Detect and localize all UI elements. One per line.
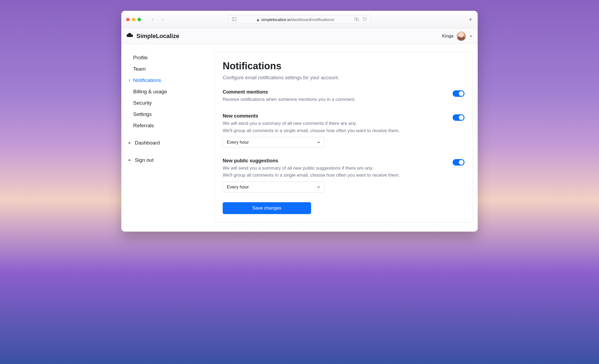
sidebar-item-label: Team: [133, 66, 146, 72]
browser-titlebar: simplelocalize.io/dashboard/notification…: [121, 11, 478, 28]
chevron-down-icon: [469, 34, 473, 38]
dashboard-link-label: Dashboard: [135, 140, 160, 146]
signout-link[interactable]: Sign out: [128, 154, 208, 166]
user-name: Kinga: [442, 33, 453, 39]
setting-desc: We will send you a summary of all new co…: [223, 120, 446, 134]
dashboard-link[interactable]: Dashboard: [128, 137, 208, 149]
setting-title: New comments: [223, 113, 446, 119]
maximize-window-button[interactable]: [137, 18, 141, 21]
setting-new-comments: New comments We will send you a summary …: [223, 113, 464, 148]
new-tab-button[interactable]: [468, 17, 473, 22]
toggle-public-suggestions[interactable]: [453, 159, 464, 166]
sidebar-item-referrals[interactable]: Referrals: [128, 120, 208, 131]
sidebar-item-label: Profile: [133, 55, 148, 61]
cloud-logo-icon: [126, 32, 134, 40]
brand[interactable]: SimpleLocalize: [126, 32, 179, 40]
setting-title: Comment mentions: [223, 89, 446, 95]
page-subtitle: Configure email notifications settings f…: [223, 75, 464, 81]
select-public-suggestions-frequency[interactable]: Every hour: [223, 182, 325, 193]
setting-comment-mentions: Comment mentions Receive notifications w…: [223, 89, 464, 103]
avatar: [457, 32, 466, 41]
sidebar-item-settings[interactable]: Settings: [128, 109, 208, 120]
sidebar: Profile Team Notifications Billing & usa…: [121, 44, 214, 222]
sidebar-item-team[interactable]: Team: [128, 63, 208, 75]
sidebar-toggle-icon: [232, 17, 236, 22]
url-text: simplelocalize.io/dashboard/notification…: [240, 17, 350, 22]
save-changes-button[interactable]: Save changes: [223, 202, 311, 214]
window-controls: [126, 18, 141, 21]
arrow-left-icon: [128, 141, 132, 145]
sidebar-item-notifications[interactable]: Notifications: [128, 75, 208, 86]
reload-button[interactable]: [363, 17, 367, 22]
content: Profile Team Notifications Billing & usa…: [121, 44, 478, 232]
lock-icon: [256, 18, 260, 22]
setting-desc: Receive notifications when someone menti…: [223, 96, 446, 103]
arrow-left-icon: [128, 158, 132, 162]
signout-link-label: Sign out: [135, 157, 154, 163]
sidebar-item-label: Security: [133, 100, 152, 106]
setting-public-suggestions: New public suggestions We will send you …: [223, 158, 464, 193]
app-header: SimpleLocalize Kinga: [121, 28, 478, 44]
select-value: Every hour: [227, 140, 249, 145]
toggle-comment-mentions[interactable]: [453, 90, 464, 97]
minimize-window-button[interactable]: [132, 18, 135, 21]
user-menu[interactable]: Kinga: [442, 32, 473, 41]
close-window-button[interactable]: [126, 18, 130, 21]
settings-panel: Notifications Configure email notificati…: [214, 52, 473, 222]
sidebar-item-label: Notifications: [133, 77, 161, 83]
sidebar-item-label: Billing & usage: [133, 89, 167, 95]
setting-title: New public suggestions: [223, 158, 446, 164]
chevron-down-icon: [317, 140, 321, 144]
forward-button[interactable]: [161, 18, 165, 22]
sidebar-item-label: Referrals: [133, 123, 154, 129]
toggle-new-comments[interactable]: [453, 114, 464, 121]
translate-icon[interactable]: [354, 17, 359, 22]
select-value: Every hour: [227, 184, 249, 190]
nav-arrows: [151, 18, 165, 22]
page-title: Notifications: [223, 60, 464, 72]
back-button[interactable]: [151, 18, 155, 22]
sidebar-item-label: Settings: [133, 111, 152, 117]
svg-rect-0: [232, 18, 236, 21]
brand-name: SimpleLocalize: [136, 33, 179, 40]
address-bar[interactable]: simplelocalize.io/dashboard/notification…: [228, 15, 371, 24]
chevron-right-icon: [128, 79, 131, 82]
sidebar-item-security[interactable]: Security: [128, 97, 208, 109]
setting-desc: We will send you a summary of all new pu…: [223, 165, 446, 179]
sidebar-item-billing[interactable]: Billing & usage: [128, 86, 208, 97]
chevron-down-icon: [317, 185, 321, 189]
browser-window: simplelocalize.io/dashboard/notification…: [121, 11, 478, 232]
sidebar-item-profile[interactable]: Profile: [128, 52, 208, 63]
select-new-comments-frequency[interactable]: Every hour: [223, 137, 325, 148]
